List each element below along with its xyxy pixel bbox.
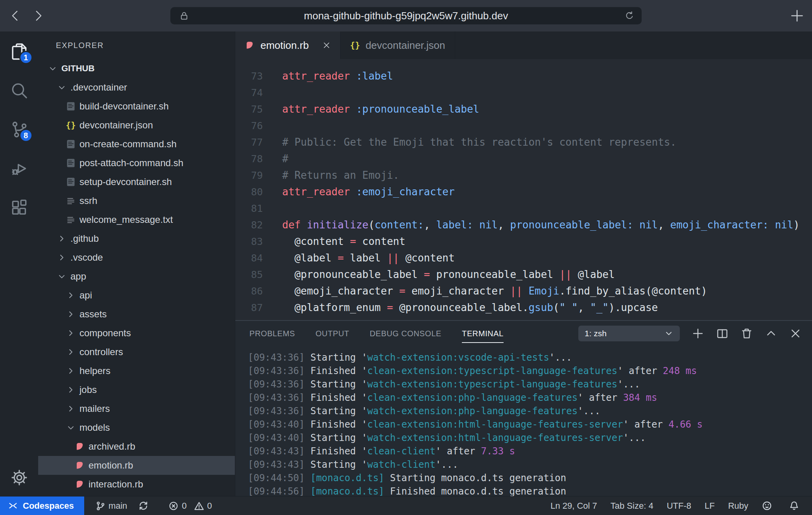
tab-label: emotion.rb [260, 39, 309, 52]
tree-item-app[interactable]: app [38, 267, 235, 286]
address-bar[interactable]: mona-github-github-g59jpq2w5w7.github.de… [170, 7, 642, 24]
maximize-panel-button[interactable] [765, 327, 777, 340]
terminal-line: [09:43:43] Finished 'clean-client' after… [248, 445, 812, 458]
split-terminal-button[interactable] [716, 327, 729, 340]
codespaces-remote-button[interactable]: Codespaces [0, 496, 84, 515]
status-cursor-position[interactable]: Ln 29, Col 7 [550, 501, 597, 511]
activity-search[interactable] [10, 81, 29, 100]
reload-icon[interactable] [624, 11, 635, 21]
tree-item-label: .vscode [70, 252, 103, 263]
tree-item-helpers[interactable]: helpers [38, 361, 235, 380]
tree-item-api[interactable]: api [38, 286, 235, 305]
new-tab-button[interactable] [790, 9, 804, 23]
tree-item-label: on-create-command.sh [79, 139, 177, 150]
tree-item-label: api [79, 290, 92, 301]
chevron-right-icon [66, 404, 76, 413]
panel-tab-output[interactable]: OUTPUT [316, 321, 349, 346]
panel-tab-problems[interactable]: PROBLEMS [249, 321, 295, 346]
tree-item-.vscode[interactable]: .vscode [38, 248, 235, 267]
editor-tab-devcontainer.json[interactable]: {}devcontainer.json [341, 31, 455, 59]
forward-button[interactable] [31, 9, 45, 22]
kill-terminal-button[interactable] [740, 327, 753, 340]
tree-item-welcome_message.txt[interactable]: welcome_message.txt [38, 210, 235, 229]
tree-item-controllers[interactable]: controllers [38, 343, 235, 361]
editor-tab-bar: emotion.rb {}devcontainer.json [235, 31, 812, 59]
back-button[interactable] [9, 9, 22, 22]
editor-group: emotion.rb {}devcontainer.json 73 attr_r… [235, 31, 812, 496]
tree-item-assets[interactable]: assets [38, 305, 235, 324]
close-tab-icon[interactable] [322, 41, 331, 50]
source-control-badge: 8 [19, 129, 33, 142]
tree-item-setup-devcontainer.sh[interactable]: setup-devcontainer.sh [38, 172, 235, 191]
panel-tab-terminal[interactable]: TERMINAL [462, 321, 504, 346]
tree-item-GITHUB[interactable]: GITHUB [38, 59, 235, 78]
notifications-bell-button[interactable] [789, 500, 803, 511]
tree-item-label: jobs [79, 384, 97, 395]
branch-indicator[interactable]: main [95, 501, 127, 511]
panel-actions: 1: zsh [578, 326, 812, 341]
tree-item-.github[interactable]: .github [38, 229, 235, 248]
settings-gear-button[interactable] [10, 469, 28, 487]
panel-header: PROBLEMSOUTPUTDEBUG CONSOLETERMINAL 1: z… [235, 321, 812, 346]
tree-item-devcontainer.json[interactable]: {} devcontainer.json [38, 116, 235, 135]
tree-item-archived.rb[interactable]: archived.rb [38, 437, 235, 456]
tree-item-on-create-command.sh[interactable]: on-create-command.sh [38, 135, 235, 154]
status-eol[interactable]: LF [705, 501, 715, 511]
close-panel-button[interactable] [789, 327, 802, 340]
status-encoding[interactable]: UTF-8 [667, 501, 691, 511]
line-number: 76 [235, 120, 263, 132]
errors-indicator: 0 [168, 501, 186, 511]
panel-tab-debug-console[interactable]: DEBUG CONSOLE [370, 321, 441, 346]
problems-indicator[interactable]: 0 0 [168, 501, 212, 511]
terminal-picker-label: 1: zsh [585, 329, 607, 338]
tree-item-build-devcontainer.sh[interactable]: build-devcontainer.sh [38, 97, 235, 116]
json-file-icon: {} [350, 41, 360, 50]
tree-item-label: ssrh [79, 195, 97, 206]
tree-item-emotion.rb[interactable]: emotion.rb [38, 456, 235, 475]
tree-item-mailers[interactable]: mailers [38, 399, 235, 418]
activity-extensions[interactable] [10, 198, 29, 217]
tree-item-label: archived.rb [89, 441, 135, 452]
feedback-smiley-button[interactable] [762, 500, 775, 511]
status-tab-size[interactable]: Tab Size: 4 [611, 501, 653, 511]
terminal-line: [09:43:40] Starting 'watch-extension:htm… [248, 431, 812, 445]
tree-item-post-attach-command.sh[interactable]: post-attach-command.sh [38, 154, 235, 172]
new-terminal-button[interactable] [692, 327, 704, 340]
code-line: 75 attr_reader :pronounceable_label [235, 101, 812, 117]
tree-item-label: helpers [79, 365, 111, 376]
chevron-right-icon [66, 347, 76, 357]
tree-item-ssrh[interactable]: ssrh [38, 191, 235, 210]
activity-explorer[interactable]: 1 [10, 42, 29, 61]
tree-item-jobs[interactable]: jobs [38, 380, 235, 399]
tree-item-interaction.rb[interactable]: interaction.rb [38, 475, 235, 494]
tab-label: devcontainer.json [365, 39, 445, 52]
tree-item-label: welcome_message.txt [79, 214, 173, 225]
tree-item-models[interactable]: models [38, 418, 235, 437]
status-bar-right: Ln 29, Col 7Tab Size: 4UTF-8LFRuby [537, 500, 812, 511]
ruby-file-icon [245, 40, 255, 50]
editor-tab-emotion.rb[interactable]: emotion.rb [235, 31, 341, 59]
sync-button[interactable] [138, 500, 152, 511]
chevron-right-icon [66, 291, 76, 300]
status-language-mode[interactable]: Ruby [728, 501, 748, 511]
line-number: 73 [235, 70, 263, 82]
code-line: 85 @pronounceable_label = pronounceable_… [235, 266, 812, 283]
chevron-right-icon [57, 234, 66, 243]
tree-item-label: .devcontainer [70, 82, 127, 93]
tree-item-label: build-devcontainer.sh [79, 101, 169, 112]
smiley-icon [762, 500, 772, 511]
code-editor[interactable]: 73 attr_reader :label 74 75 attr_reader … [235, 59, 812, 320]
chevron-down-icon [48, 64, 57, 73]
text-file-icon [66, 215, 76, 225]
terminal-picker[interactable]: 1: zsh [578, 326, 680, 341]
activity-source-control[interactable]: 8 [10, 120, 29, 139]
terminal-output[interactable]: [09:43:36] Starting 'watch-extension:vsc… [235, 346, 812, 496]
line-number: 77 [235, 137, 263, 148]
activity-run-debug[interactable] [10, 159, 29, 178]
tree-item-components[interactable]: components [38, 324, 235, 343]
tree-item-.devcontainer[interactable]: .devcontainer [38, 78, 235, 97]
terminal-line: [09:43:36] Starting 'watch-extension:php… [248, 404, 812, 418]
code-line: 83 @content = content [235, 233, 812, 250]
tree-item-label: devcontainer.json [79, 120, 153, 131]
text-file-icon [66, 196, 76, 206]
